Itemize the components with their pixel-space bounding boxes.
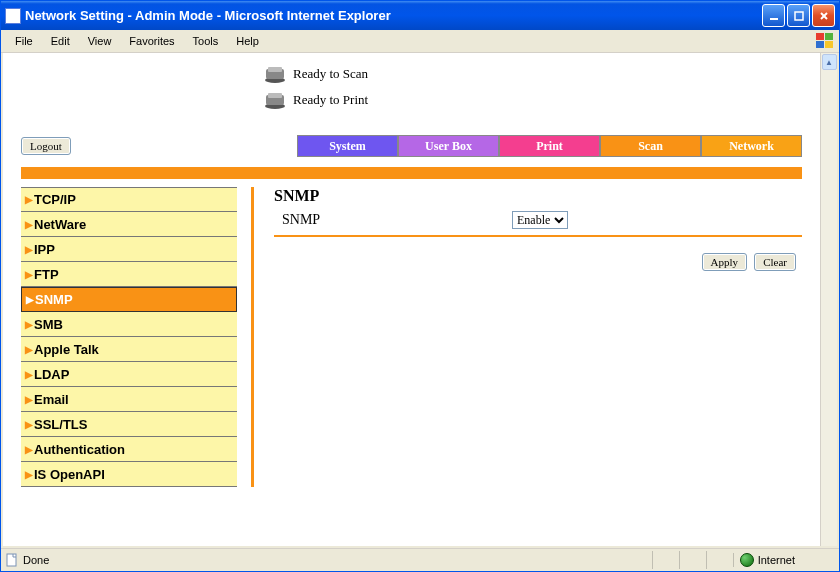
- security-zone: Internet: [733, 553, 835, 567]
- svg-rect-0: [770, 18, 778, 20]
- triangle-icon: ▶: [26, 294, 34, 305]
- triangle-icon: ▶: [25, 269, 33, 280]
- sidebar-label: Email: [34, 392, 69, 407]
- apply-button[interactable]: Apply: [702, 253, 748, 271]
- menu-tools[interactable]: Tools: [185, 33, 227, 49]
- panel-heading: SNMP: [274, 187, 802, 205]
- status-scan-text: Ready to Scan: [293, 66, 368, 82]
- page: Ready to Scan Ready to Print Logout Syst…: [3, 53, 820, 546]
- sidebar-label: SNMP: [35, 292, 73, 307]
- page-icon: [5, 553, 19, 567]
- triangle-icon: ▶: [25, 394, 33, 405]
- tab-print[interactable]: Print: [499, 135, 600, 157]
- sidebar-item-smb[interactable]: ▶SMB: [21, 312, 237, 337]
- close-icon: [819, 11, 829, 21]
- close-button[interactable]: [812, 4, 835, 27]
- sidebar-label: NetWare: [34, 217, 86, 232]
- status-pane: [706, 551, 733, 569]
- status-pane: [679, 551, 706, 569]
- scroll-up-icon[interactable]: ▲: [822, 54, 837, 70]
- svg-rect-13: [268, 93, 282, 98]
- sidebar-item-email[interactable]: ▶Email: [21, 387, 237, 412]
- action-row: Apply Clear: [274, 253, 802, 271]
- svg-rect-6: [816, 41, 824, 48]
- zone-text: Internet: [758, 554, 795, 566]
- sidebar-item-isopenapi[interactable]: ▶IS OpenAPI: [21, 462, 237, 487]
- sidebar-label: IPP: [34, 242, 55, 257]
- form-divider: [274, 235, 802, 237]
- svg-rect-1: [795, 12, 803, 20]
- svg-rect-5: [825, 33, 833, 40]
- tab-network[interactable]: Network: [701, 135, 802, 157]
- triangle-icon: ▶: [25, 219, 33, 230]
- page-viewport: Ready to Scan Ready to Print Logout Syst…: [3, 53, 820, 546]
- menu-favorites[interactable]: Favorites: [121, 33, 182, 49]
- window-buttons: [762, 4, 839, 27]
- sidebar-label: FTP: [34, 267, 59, 282]
- sidebar-item-authentication[interactable]: ▶Authentication: [21, 437, 237, 462]
- svg-rect-14: [7, 554, 16, 566]
- menubar: File Edit View Favorites Tools Help: [1, 30, 839, 53]
- sidebar-item-snmp[interactable]: ▶SNMP: [21, 287, 237, 312]
- triangle-icon: ▶: [25, 469, 33, 480]
- snmp-select[interactable]: Enable: [512, 211, 568, 229]
- minimize-icon: [769, 11, 779, 21]
- device-status: Ready to Scan Ready to Print: [3, 53, 820, 121]
- content-wrapper: Ready to Scan Ready to Print Logout Syst…: [1, 53, 839, 548]
- snmp-label: SNMP: [274, 212, 512, 228]
- window-title: Network Setting - Admin Mode - Microsoft…: [25, 8, 762, 23]
- logout-button[interactable]: Logout: [21, 137, 71, 155]
- triangle-icon: ▶: [25, 244, 33, 255]
- status-text: Done: [23, 554, 49, 566]
- minimize-button[interactable]: [762, 4, 785, 27]
- tab-system[interactable]: System: [297, 135, 398, 157]
- printer-icon: [263, 90, 287, 110]
- sidebar-label: TCP/IP: [34, 192, 76, 207]
- triangle-icon: ▶: [25, 194, 33, 205]
- menu-help[interactable]: Help: [228, 33, 267, 49]
- main-panel: SNMP SNMP Enable Apply Clear: [254, 187, 802, 487]
- clear-button[interactable]: Clear: [754, 253, 796, 271]
- sidebar-item-ldap[interactable]: ▶LDAP: [21, 362, 237, 387]
- sidebar-label: SMB: [34, 317, 63, 332]
- svg-rect-4: [816, 33, 824, 40]
- titlebar: Network Setting - Admin Mode - Microsoft…: [1, 1, 839, 30]
- globe-icon: [740, 553, 754, 567]
- snmp-row: SNMP Enable: [274, 211, 802, 235]
- tab-row: Logout System User Box Print Scan Networ…: [3, 121, 820, 157]
- maximize-button[interactable]: [787, 4, 810, 27]
- svg-rect-10: [268, 67, 282, 72]
- sidebar-item-tcpip[interactable]: ▶TCP/IP: [21, 187, 237, 212]
- vertical-scrollbar[interactable]: ▲: [820, 53, 837, 546]
- windows-flag-icon: [813, 31, 837, 51]
- status-scan: Ready to Scan: [263, 61, 820, 87]
- sidebar-label: Apple Talk: [34, 342, 99, 357]
- scanner-icon: [263, 64, 287, 84]
- sidebar-item-ipp[interactable]: ▶IPP: [21, 237, 237, 262]
- sidebar-label: SSL/TLS: [34, 417, 87, 432]
- sidebar-label: Authentication: [34, 442, 125, 457]
- section-divider: [21, 167, 802, 179]
- sidebar-item-ftp[interactable]: ▶FTP: [21, 262, 237, 287]
- sidebar: ▶TCP/IP ▶NetWare ▶IPP ▶FTP ▶SNMP ▶SMB ▶A…: [21, 187, 254, 487]
- menu-edit[interactable]: Edit: [43, 33, 78, 49]
- ie-app-icon: [5, 8, 21, 24]
- menu-view[interactable]: View: [80, 33, 120, 49]
- sidebar-item-netware[interactable]: ▶NetWare: [21, 212, 237, 237]
- nav-tabs: System User Box Print Scan Network: [297, 135, 802, 157]
- triangle-icon: ▶: [25, 369, 33, 380]
- menu-file[interactable]: File: [7, 33, 41, 49]
- sidebar-item-appletalk[interactable]: ▶Apple Talk: [21, 337, 237, 362]
- body-row: ▶TCP/IP ▶NetWare ▶IPP ▶FTP ▶SNMP ▶SMB ▶A…: [3, 179, 820, 487]
- status-panes: Internet: [652, 551, 835, 569]
- tab-scan[interactable]: Scan: [600, 135, 701, 157]
- ie-window: Network Setting - Admin Mode - Microsoft…: [0, 0, 840, 572]
- status-pane: [652, 551, 679, 569]
- status-print-text: Ready to Print: [293, 92, 368, 108]
- svg-rect-7: [825, 41, 833, 48]
- triangle-icon: ▶: [25, 319, 33, 330]
- maximize-icon: [794, 11, 804, 21]
- sidebar-item-ssltls[interactable]: ▶SSL/TLS: [21, 412, 237, 437]
- triangle-icon: ▶: [25, 444, 33, 455]
- tab-userbox[interactable]: User Box: [398, 135, 499, 157]
